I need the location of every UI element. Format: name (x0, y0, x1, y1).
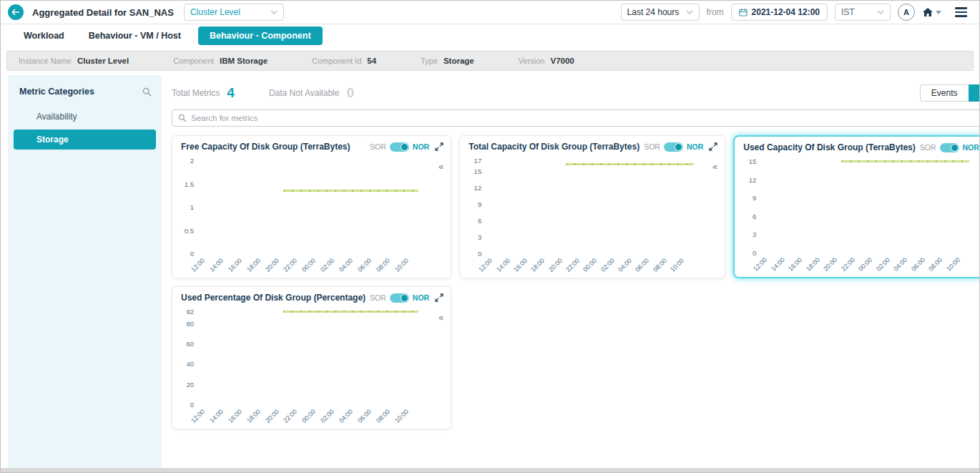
sidebar: Metric Categories AvailabilityStorage (8, 75, 162, 470)
search-input[interactable] (191, 114, 980, 122)
y-axis: 15129630 (739, 161, 759, 253)
x-axis-tick: 06:00 (351, 257, 373, 279)
sor-nor-toggle[interactable] (390, 142, 409, 152)
metric-card[interactable]: Total Capacity Of Disk Group (TerraBytes… (459, 135, 725, 278)
sor-label: SOR (920, 143, 936, 152)
y-axis-tick: 12 (749, 175, 757, 183)
y-axis-tick: 60 (186, 340, 194, 348)
events-button[interactable]: Events (920, 84, 969, 102)
info-label: Instance Name (19, 57, 72, 65)
expand-icon[interactable] (435, 293, 444, 302)
metrics-search (172, 109, 980, 127)
y-axis-tick: 0 (190, 401, 194, 409)
menu-icon[interactable] (953, 5, 969, 19)
sidebar-header: Metric Categories (8, 82, 162, 104)
collapse-legend-icon[interactable]: « (438, 162, 444, 171)
all-filter-button[interactable]: All (969, 84, 980, 102)
x-axis-tick: 04:00 (332, 257, 354, 279)
nor-label: NOR (687, 142, 703, 151)
sor-label: SOR (644, 142, 660, 151)
collapse-legend-icon[interactable]: « (712, 162, 717, 171)
search-icon (178, 114, 187, 122)
tab-workload[interactable]: Workload (16, 27, 72, 44)
info-label: Component (173, 57, 214, 65)
x-axis-tick: 18:00 (240, 257, 262, 279)
x-axis-tick: 00:00 (295, 408, 317, 430)
tab-behaviour-vm-host[interactable]: Behaviour - VM / Host (82, 27, 188, 44)
home-icon (922, 7, 934, 17)
plot-area (489, 160, 709, 253)
sor-nor-toggle[interactable] (664, 142, 683, 152)
nor-label: NOR (413, 293, 429, 302)
x-axis-tick: 14:00 (202, 257, 225, 279)
toggle-knob (951, 144, 959, 152)
timezone-select[interactable]: IST (835, 4, 891, 21)
sor-nor-toggle[interactable] (940, 143, 959, 152)
timezone-value: IST (841, 7, 855, 17)
top-bar-right: Last 24 hours from 2021-12-04 12:00 IST … (621, 4, 969, 21)
time-range-select[interactable]: Last 24 hours (621, 4, 700, 21)
total-metrics-value: 4 (227, 85, 235, 101)
horizontal-scrollbar[interactable] (1, 468, 979, 472)
home-button[interactable] (922, 7, 941, 17)
expand-icon[interactable] (709, 142, 717, 151)
info-item-type: Type Storage (421, 57, 474, 65)
x-axis-tick: 08:00 (369, 257, 391, 279)
x-axis: 12:0014:0016:0018:0020:0022:0000:0002:00… (201, 406, 435, 426)
card-header: Used Percentage Of Disk Group (Percentag… (172, 287, 451, 306)
sidebar-item-storage[interactable]: Storage (14, 130, 156, 150)
series-line (841, 160, 970, 162)
arrow-left-icon (11, 9, 20, 16)
events-all-segment: Events All (920, 84, 980, 102)
y-axis-tick: 0 (190, 250, 194, 258)
info-item-instance-name: Instance Name Cluster Level (19, 57, 129, 65)
info-value: V7000 (550, 57, 574, 65)
metrics-summary-row: Total Metrics 4 Data Not Available 0 Eve… (172, 81, 980, 105)
y-axis-tick: 12 (474, 184, 482, 192)
page-title: Aggregated Detail for SAN_NAS (32, 7, 174, 18)
y-axis-tick: 80 (186, 319, 194, 327)
tab-bar: WorkloadBehaviour - VM / HostBehaviour -… (1, 24, 979, 47)
metric-card[interactable]: Used Capacity Of Disk Group (TerraBytes)… (733, 135, 980, 278)
expand-icon[interactable] (435, 142, 444, 151)
chart-area: « 1715129630 12:0014:0016:0018:0020:0022… (464, 155, 720, 276)
tab-behaviour-component[interactable]: Behaviour - Component (198, 26, 323, 45)
nor-label: NOR (413, 142, 429, 151)
y-axis-tick: 20 (186, 380, 194, 388)
toggle-knob (675, 143, 682, 151)
collapse-legend-icon[interactable]: « (438, 313, 444, 322)
info-value: 54 (367, 57, 376, 65)
metric-card[interactable]: Free Capacity Of Disk Group (TerraBytes)… (172, 135, 451, 278)
top-bar: Aggregated Detail for SAN_NAS Cluster Le… (1, 1, 979, 24)
y-axis-tick: 1.5 (185, 180, 194, 187)
instance-level-select[interactable]: Cluster Level (184, 4, 284, 21)
toggle-knob (401, 143, 408, 151)
sidebar-item-availability[interactable]: Availability (14, 107, 156, 127)
card-title: Used Percentage Of Disk Group (Percentag… (181, 293, 366, 303)
sor-label: SOR (370, 142, 386, 151)
info-value: Cluster Level (77, 57, 129, 65)
y-axis-tick: 0 (478, 250, 481, 258)
datetime-input[interactable]: 2021-12-04 12:00 (731, 4, 828, 21)
sor-nor-toggle-group: SOR NOR (644, 142, 703, 152)
x-axis-tick: 08:00 (369, 408, 391, 430)
x-axis-tick: 22:00 (276, 408, 298, 430)
toggle-knob (401, 294, 408, 302)
caret-down-icon (936, 11, 941, 14)
app-window: Aggregated Detail for SAN_NAS Cluster Le… (0, 0, 980, 473)
instance-level-value: Cluster Level (190, 7, 240, 17)
y-axis-tick: 17 (474, 157, 482, 165)
back-button[interactable] (8, 4, 24, 20)
avatar-initial: A (903, 8, 909, 16)
info-label: Component Id (312, 57, 361, 65)
y-axis-tick: 92 (186, 308, 194, 316)
search-icon[interactable] (142, 87, 152, 97)
y-axis-tick: 2 (190, 157, 194, 165)
sor-nor-toggle[interactable] (390, 293, 409, 303)
card-title: Used Capacity Of Disk Group (TerraBytes) (743, 142, 916, 152)
user-avatar[interactable]: A (898, 4, 915, 21)
metric-card[interactable]: Used Percentage Of Disk Group (Percentag… (172, 286, 451, 429)
y-axis-tick: 3 (753, 230, 756, 238)
sor-nor-toggle-group: SOR NOR (920, 143, 979, 152)
y-axis-tick: 40 (186, 360, 194, 368)
